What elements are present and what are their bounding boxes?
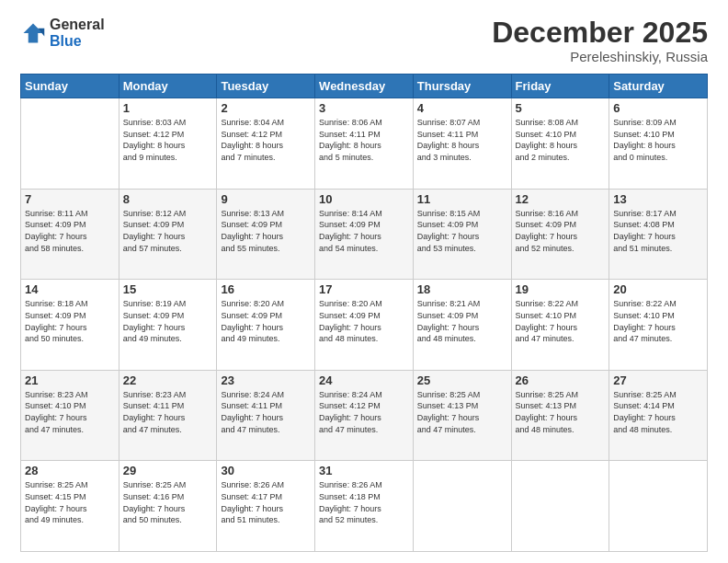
col-header-thursday: Thursday [413,75,511,98]
day-info: Sunrise: 8:22 AM Sunset: 4:10 PM Dayligh… [613,298,703,344]
day-number: 25 [417,373,507,387]
day-cell: 9Sunrise: 8:13 AM Sunset: 4:09 PM Daylig… [217,189,315,280]
day-number: 29 [123,464,213,477]
day-number: 21 [25,373,115,387]
day-info: Sunrise: 8:22 AM Sunset: 4:10 PM Dayligh… [516,298,606,344]
day-number: 16 [221,282,311,296]
day-cell: 31Sunrise: 8:26 AM Sunset: 4:18 PM Dayli… [315,461,414,552]
day-info: Sunrise: 8:26 AM Sunset: 4:17 PM Dayligh… [221,479,311,525]
week-row-2: 7Sunrise: 8:11 AM Sunset: 4:09 PM Daylig… [21,189,708,280]
day-number: 18 [417,282,507,296]
header: General Blue December 2025 Pereleshinski… [20,17,708,64]
day-number: 23 [221,373,311,387]
day-cell [511,461,609,552]
day-cell: 2Sunrise: 8:04 AM Sunset: 4:12 PM Daylig… [217,98,315,190]
day-cell: 7Sunrise: 8:11 AM Sunset: 4:09 PM Daylig… [21,189,119,280]
day-cell: 12Sunrise: 8:16 AM Sunset: 4:09 PM Dayli… [511,189,609,280]
day-cell: 29Sunrise: 8:25 AM Sunset: 4:16 PM Dayli… [119,461,217,552]
day-number: 9 [221,192,311,206]
day-info: Sunrise: 8:24 AM Sunset: 4:11 PM Dayligh… [221,389,311,435]
day-info: Sunrise: 8:25 AM Sunset: 4:15 PM Dayligh… [25,479,115,525]
header-row: SundayMondayTuesdayWednesdayThursdayFrid… [21,75,708,98]
day-info: Sunrise: 8:18 AM Sunset: 4:09 PM Dayligh… [25,298,115,344]
col-header-sunday: Sunday [21,75,119,98]
day-info: Sunrise: 8:11 AM Sunset: 4:09 PM Dayligh… [25,208,115,254]
day-number: 24 [319,373,409,387]
day-info: Sunrise: 8:17 AM Sunset: 4:08 PM Dayligh… [613,208,703,254]
col-header-tuesday: Tuesday [217,75,315,98]
col-header-friday: Friday [511,75,609,98]
day-number: 27 [613,373,703,387]
day-info: Sunrise: 8:08 AM Sunset: 4:10 PM Dayligh… [516,117,606,163]
day-cell: 13Sunrise: 8:17 AM Sunset: 4:08 PM Dayli… [609,189,708,280]
logo-general-text: General [50,17,105,33]
col-header-saturday: Saturday [609,75,708,98]
day-cell: 1Sunrise: 8:03 AM Sunset: 4:12 PM Daylig… [119,98,217,190]
day-cell [21,98,119,190]
day-number: 20 [613,282,703,296]
day-info: Sunrise: 8:16 AM Sunset: 4:09 PM Dayligh… [516,208,606,254]
day-cell: 21Sunrise: 8:23 AM Sunset: 4:10 PM Dayli… [21,370,119,461]
title-block: December 2025 Pereleshinskiy, Russia [492,17,708,64]
week-row-3: 14Sunrise: 8:18 AM Sunset: 4:09 PM Dayli… [21,280,708,371]
day-number: 26 [516,373,606,387]
day-cell: 19Sunrise: 8:22 AM Sunset: 4:10 PM Dayli… [511,280,609,371]
day-info: Sunrise: 8:14 AM Sunset: 4:09 PM Dayligh… [319,208,409,254]
day-cell: 10Sunrise: 8:14 AM Sunset: 4:09 PM Dayli… [315,189,414,280]
day-cell: 27Sunrise: 8:25 AM Sunset: 4:14 PM Dayli… [609,370,708,461]
day-cell: 5Sunrise: 8:08 AM Sunset: 4:10 PM Daylig… [511,98,609,190]
day-info: Sunrise: 8:25 AM Sunset: 4:13 PM Dayligh… [516,389,606,435]
col-header-monday: Monday [119,75,217,98]
day-info: Sunrise: 8:26 AM Sunset: 4:18 PM Dayligh… [319,479,409,525]
day-number: 6 [613,101,703,115]
day-cell: 20Sunrise: 8:22 AM Sunset: 4:10 PM Dayli… [609,280,708,371]
day-cell: 6Sunrise: 8:09 AM Sunset: 4:10 PM Daylig… [609,98,708,190]
day-info: Sunrise: 8:20 AM Sunset: 4:09 PM Dayligh… [319,298,409,344]
day-number: 13 [613,192,703,206]
day-cell: 24Sunrise: 8:24 AM Sunset: 4:12 PM Dayli… [315,370,414,461]
day-info: Sunrise: 8:21 AM Sunset: 4:09 PM Dayligh… [417,298,507,344]
day-cell [413,461,511,552]
page: General Blue December 2025 Pereleshinski… [0,0,728,563]
day-info: Sunrise: 8:04 AM Sunset: 4:12 PM Dayligh… [221,117,311,163]
logo-blue-text: Blue [50,33,105,50]
day-cell: 4Sunrise: 8:07 AM Sunset: 4:11 PM Daylig… [413,98,511,190]
day-info: Sunrise: 8:19 AM Sunset: 4:09 PM Dayligh… [123,298,213,344]
day-info: Sunrise: 8:24 AM Sunset: 4:12 PM Dayligh… [319,389,409,435]
day-number: 28 [25,464,115,477]
day-info: Sunrise: 8:23 AM Sunset: 4:10 PM Dayligh… [25,389,115,435]
day-cell: 11Sunrise: 8:15 AM Sunset: 4:09 PM Dayli… [413,189,511,280]
col-header-wednesday: Wednesday [315,75,414,98]
location-subtitle: Pereleshinskiy, Russia [492,49,708,64]
day-number: 31 [319,464,409,477]
logo-icon [20,20,46,46]
logo-text: General Blue [50,17,105,49]
day-cell: 30Sunrise: 8:26 AM Sunset: 4:17 PM Dayli… [217,461,315,552]
month-title: December 2025 [492,17,708,49]
day-info: Sunrise: 8:12 AM Sunset: 4:09 PM Dayligh… [123,208,213,254]
day-info: Sunrise: 8:25 AM Sunset: 4:16 PM Dayligh… [123,479,213,525]
day-cell: 15Sunrise: 8:19 AM Sunset: 4:09 PM Dayli… [119,280,217,371]
day-number: 14 [25,282,115,296]
day-cell: 23Sunrise: 8:24 AM Sunset: 4:11 PM Dayli… [217,370,315,461]
day-number: 15 [123,282,213,296]
day-number: 22 [123,373,213,387]
day-number: 2 [221,101,311,115]
calendar-table: SundayMondayTuesdayWednesdayThursdayFrid… [20,74,708,552]
day-info: Sunrise: 8:23 AM Sunset: 4:11 PM Dayligh… [123,389,213,435]
day-number: 1 [123,101,213,115]
day-info: Sunrise: 8:25 AM Sunset: 4:14 PM Dayligh… [613,389,703,435]
day-cell: 26Sunrise: 8:25 AM Sunset: 4:13 PM Dayli… [511,370,609,461]
day-number: 5 [516,101,606,115]
day-cell: 25Sunrise: 8:25 AM Sunset: 4:13 PM Dayli… [413,370,511,461]
day-cell: 14Sunrise: 8:18 AM Sunset: 4:09 PM Dayli… [21,280,119,371]
day-info: Sunrise: 8:09 AM Sunset: 4:10 PM Dayligh… [613,117,703,163]
day-number: 3 [319,101,409,115]
day-cell [609,461,708,552]
week-row-5: 28Sunrise: 8:25 AM Sunset: 4:15 PM Dayli… [21,461,708,552]
day-cell: 3Sunrise: 8:06 AM Sunset: 4:11 PM Daylig… [315,98,414,190]
day-info: Sunrise: 8:06 AM Sunset: 4:11 PM Dayligh… [319,117,409,163]
day-number: 11 [417,192,507,206]
day-number: 12 [516,192,606,206]
day-cell: 8Sunrise: 8:12 AM Sunset: 4:09 PM Daylig… [119,189,217,280]
